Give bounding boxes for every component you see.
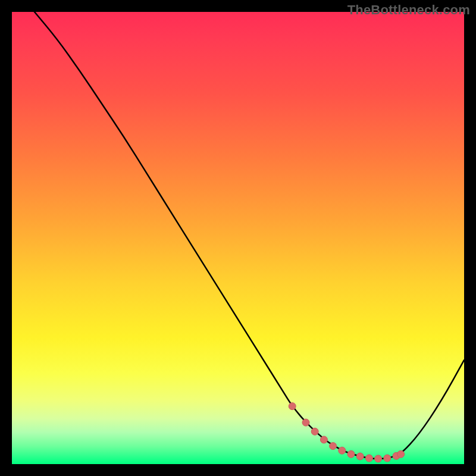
curve-dot [302,419,309,426]
curve-svg [12,12,464,464]
curve-dot [339,447,346,454]
curve-dot [384,455,391,462]
curve-dot [311,428,318,435]
bottleneck-curve [35,12,464,459]
curve-dot [375,455,382,462]
curve-dot [320,436,327,443]
plot-area [12,12,464,464]
curve-dots [289,403,404,462]
curve-dot [356,453,364,460]
watermark-text: TheBottleneck.com [347,2,470,18]
curve-dot [330,443,337,450]
curve-dot [347,450,355,458]
curve-dot [289,403,296,410]
chart-frame: TheBottleneck.com [0,0,476,476]
curve-dot [365,455,372,462]
curve-dot [397,450,405,458]
